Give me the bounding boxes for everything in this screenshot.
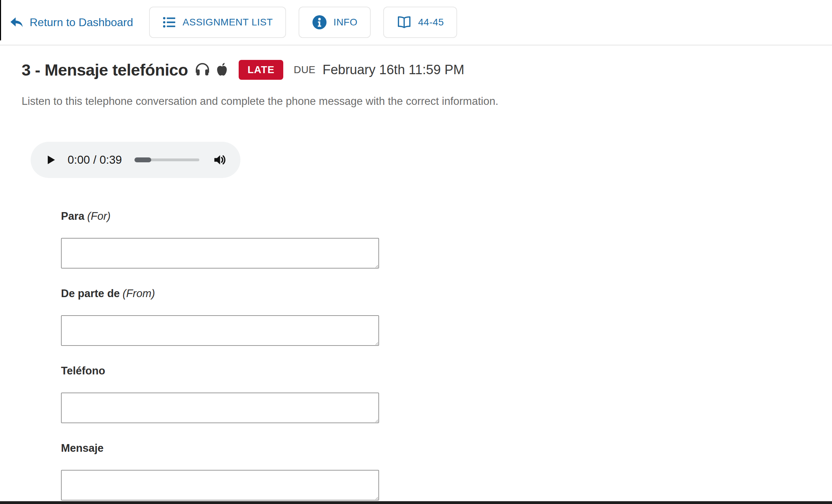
info-button-label: INFO: [333, 17, 357, 28]
phone-message-form: Para(For) De parte de(From) Teléfono Men…: [22, 210, 832, 501]
window-left-edge: [0, 0, 1, 40]
page-title: 3 - Mensaje telefónico: [22, 60, 188, 79]
list-icon: [162, 15, 176, 29]
form-field-de-parte-de: De parte de(From): [61, 287, 832, 346]
field-hint-para: (For): [87, 210, 110, 222]
audio-player: 0:00 / 0:39: [31, 142, 240, 178]
de-parte-de-textarea[interactable]: [61, 315, 379, 346]
audio-time-display: 0:00 / 0:39: [68, 153, 122, 166]
form-field-telefono: Teléfono: [61, 365, 832, 423]
field-label-mensaje: Mensaje: [61, 442, 103, 454]
info-circle-icon: [312, 15, 327, 30]
field-hint-de-parte-de: (From): [123, 287, 155, 300]
assignment-list-label: ASSIGNMENT LIST: [183, 17, 273, 28]
field-label-de-parte-de: De parte de: [61, 287, 120, 300]
assignment-type-icons: [193, 61, 230, 79]
return-to-dashboard-label: Return to Dashboard: [30, 16, 133, 29]
late-status-badge: LATE: [239, 60, 283, 80]
field-label-para: Para: [61, 210, 84, 222]
apple-icon: [214, 61, 230, 78]
audio-seek-slider[interactable]: [134, 157, 199, 162]
assignment-title-row: 3 - Mensaje telefónico LATE DUE February…: [22, 59, 832, 80]
assignment-description: Listen to this telephone conversation an…: [22, 95, 832, 108]
reply-arrow-icon: [9, 16, 24, 29]
form-field-para: Para(For): [61, 210, 832, 269]
field-label-telefono: Teléfono: [61, 365, 105, 377]
mensaje-textarea[interactable]: [61, 470, 379, 501]
open-book-icon: [396, 15, 412, 29]
headphones-icon: [193, 61, 211, 79]
volume-icon[interactable]: [213, 153, 227, 167]
toolbar-button-group: ASSIGNMENT LIST INFO 44-45: [149, 7, 457, 38]
textbook-pages-label: 44-45: [418, 17, 444, 28]
window-bottom-edge: [0, 501, 832, 504]
form-field-mensaje: Mensaje: [61, 442, 832, 501]
audio-seek-thumb[interactable]: [134, 157, 151, 162]
top-toolbar: Return to Dashboard ASSIGNMENT LIST: [0, 0, 832, 46]
para-textarea[interactable]: [61, 238, 379, 269]
due-label: DUE: [294, 64, 316, 76]
textbook-pages-button[interactable]: 44-45: [383, 7, 457, 38]
return-to-dashboard-link[interactable]: Return to Dashboard: [9, 16, 133, 29]
telefono-textarea[interactable]: [61, 393, 379, 423]
info-button[interactable]: INFO: [299, 7, 371, 38]
assignment-list-button[interactable]: ASSIGNMENT LIST: [149, 7, 286, 38]
due-date: February 16th 11:59 PM: [323, 62, 464, 77]
play-button[interactable]: [44, 153, 57, 167]
assignment-content: 3 - Mensaje telefónico LATE DUE February…: [0, 59, 832, 501]
